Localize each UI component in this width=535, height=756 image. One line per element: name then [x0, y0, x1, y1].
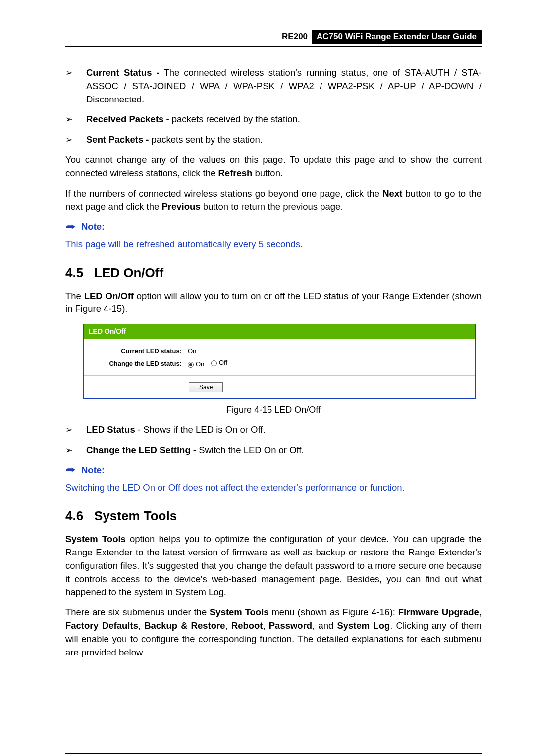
text: , — [263, 620, 269, 631]
text: , — [138, 620, 144, 631]
field-value: On — [188, 347, 196, 356]
paragraph-led-intro: The LED On/Off option will allow you to … — [65, 290, 482, 316]
model-badge: RE200 — [278, 30, 312, 44]
text-bold: System Tools — [210, 607, 269, 617]
text: option helps you to optimize the configu… — [65, 534, 482, 597]
document-page: RE200 AC750 WiFi Range Extender User Gui… — [0, 0, 535, 756]
note-header: Note: — [65, 220, 482, 234]
bullet-rest: packets sent by the station. — [149, 134, 262, 145]
note-body: This page will be refreshed automaticall… — [65, 238, 482, 251]
note-header: Note: — [65, 464, 482, 477]
panel-footer: Save — [84, 376, 475, 398]
page-content: ➢ Current Status - The connected wireles… — [65, 66, 482, 659]
section-heading-4-6: 4.6System Tools — [65, 507, 482, 526]
note-label: Note: — [81, 220, 105, 234]
header-rule — [65, 46, 482, 47]
field-label: Current LED status: — [89, 347, 188, 356]
radio-dot-icon — [211, 360, 217, 366]
bullet-lead: Current Status - — [86, 67, 160, 78]
figure-caption: Figure 4-15 LED On/Off — [65, 403, 482, 416]
text: , — [479, 607, 482, 617]
bullet-led-status: ➢ LED Status - Shows if the LED is On or… — [65, 423, 482, 437]
bullet-glyph-icon: ➢ — [65, 444, 86, 457]
field-label: Change the LED status: — [89, 359, 188, 369]
note-label: Note: — [81, 464, 105, 477]
text: If the numbers of connected wireless sta… — [65, 188, 382, 199]
text-bold: Reboot — [231, 620, 263, 631]
text: , — [225, 620, 231, 631]
text-bold: Refresh — [218, 168, 252, 178]
section-title: System Tools — [94, 508, 177, 523]
paragraph-systools-2: There are six submenus under the System … — [65, 606, 482, 659]
bullet-glyph-icon: ➢ — [65, 133, 86, 147]
pointing-hand-icon — [65, 223, 76, 231]
text: button to return the previous page. — [201, 202, 343, 212]
page-header: RE200 AC750 WiFi Range Extender User Gui… — [65, 30, 482, 44]
bullet-rest: - Shows if the LED is On or Off. — [135, 424, 266, 435]
footer-rule — [65, 753, 482, 754]
text-bold: LED On/Off — [84, 291, 134, 301]
pointing-hand-icon — [65, 466, 76, 474]
text-bold: Password — [269, 620, 312, 631]
bullet-rest: packets received by the station. — [169, 114, 300, 124]
bullet-sent-packets: ➢ Sent Packets - packets sent by the sta… — [65, 133, 482, 147]
text: menu (shown as Figure 4-16): — [269, 607, 398, 617]
bullet-glyph-icon: ➢ — [65, 66, 86, 106]
section-number: 4.5 — [65, 264, 94, 283]
radio-label: On — [196, 360, 204, 369]
bullet-lead: Sent Packets - — [86, 134, 149, 145]
section-heading-4-5: 4.5LED On/Off — [65, 264, 482, 283]
bullet-change-led-setting: ➢ Change the LED Setting - Switch the LE… — [65, 444, 482, 457]
text-bold: Backup & Restore — [144, 620, 225, 631]
bullet-current-status: ➢ Current Status - The connected wireles… — [65, 66, 482, 106]
paragraph-refresh: You cannot change any of the values on t… — [65, 153, 482, 180]
bullet-glyph-icon: ➢ — [65, 423, 86, 437]
radio-off[interactable]: Off — [211, 358, 227, 368]
note-body: Switching the LED On or Off does not aff… — [65, 481, 482, 495]
text-bold: Firmware Upgrade — [398, 607, 479, 617]
text-bold: System Log — [337, 620, 390, 631]
text-bold: Previous — [161, 202, 200, 212]
bullet-lead: Change the LED Setting — [86, 445, 191, 455]
figure-led-onoff-panel: LED On/Off Current LED status: On Change… — [83, 324, 476, 399]
section-title: LED On/Off — [94, 265, 163, 280]
row-current-led-status: Current LED status: On — [89, 347, 470, 356]
text: There are six submenus under the — [65, 607, 210, 617]
section-number: 4.6 — [65, 507, 94, 526]
text-bold: Factory Defaults — [65, 620, 138, 631]
radio-label: Off — [219, 358, 227, 368]
text: The — [65, 291, 84, 301]
text-bold: System Tools — [65, 534, 126, 544]
text: button. — [252, 168, 283, 178]
text: , and — [312, 620, 337, 631]
save-button[interactable]: Save — [189, 382, 223, 392]
panel-header: LED On/Off — [84, 324, 475, 338]
radio-dot-icon — [188, 362, 194, 368]
bullet-lead: LED Status — [86, 424, 135, 435]
bullet-received-packets: ➢ Received Packets - packets received by… — [65, 113, 482, 126]
paragraph-pagination: If the numbers of connected wireless sta… — [65, 187, 482, 214]
radio-on[interactable]: On — [188, 360, 204, 369]
doc-title: AC750 WiFi Range Extender User Guide — [312, 30, 482, 44]
bullet-rest: - Switch the LED On or Off. — [191, 445, 304, 455]
panel-body: Current LED status: On Change the LED st… — [84, 339, 475, 376]
text-bold: Next — [382, 188, 402, 199]
bullet-glyph-icon: ➢ — [65, 113, 86, 126]
paragraph-systools-1: System Tools option helps you to optimiz… — [65, 533, 482, 599]
row-change-led-status: Change the LED status: On Off — [89, 358, 470, 369]
bullet-lead: Received Packets - — [86, 114, 169, 124]
